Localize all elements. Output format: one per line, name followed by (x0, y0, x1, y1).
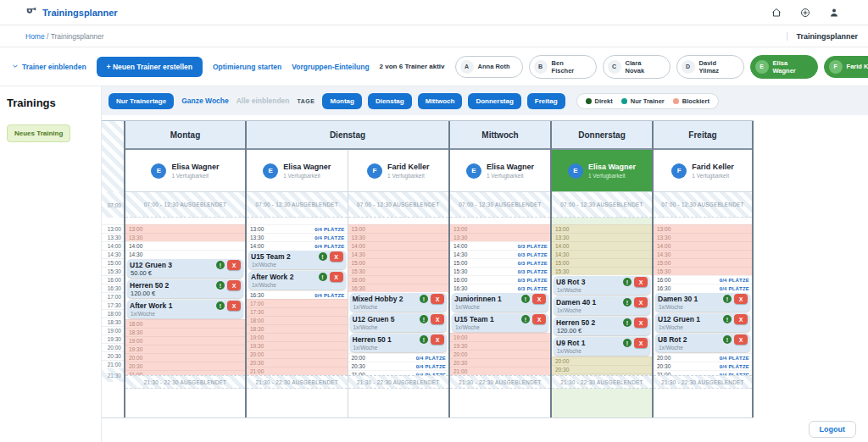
training-card[interactable]: Juniorinnen 1!X1x/Woche (452, 293, 548, 312)
day-filter-button[interactable]: Mittwoch (418, 93, 463, 109)
band-gap (125, 218, 245, 224)
training-card[interactable]: Mixed Hobby 2!X1x/Woche (350, 293, 448, 312)
time-slot[interactable]: 16:000/3 PLÄTZE (450, 275, 550, 284)
card-close-button[interactable]: X (634, 338, 648, 348)
card-close-button[interactable]: X (227, 301, 241, 311)
slot-time: 20:00 (555, 357, 569, 366)
time-slot[interactable]: 13:000/4 PLÄTZE (247, 224, 348, 233)
gutter-time-label: 21:00 (102, 360, 124, 368)
training-card[interactable]: Herren 50 2!X120.00 € (554, 317, 650, 335)
slot-time: 19:30 (129, 345, 142, 354)
training-card[interactable]: Herren 50 2!X120.00 € (127, 279, 243, 298)
logout-button[interactable]: Logout (809, 421, 857, 438)
training-card[interactable]: U12 Gruen 3!X50.00 € (127, 259, 243, 278)
time-slot[interactable]: 14:00 (125, 241, 245, 250)
time-slot[interactable]: 16:300/4 PLÄTZE (247, 290, 348, 299)
user-icon[interactable] (829, 8, 839, 18)
time-slot[interactable]: 20:000/4 PLÄTZE (348, 353, 449, 362)
trainer-header[interactable]: EElisa Wagner1 Verfugbarkeit (247, 150, 348, 192)
card-close-button[interactable]: X (634, 297, 648, 307)
day-filter-button[interactable]: Freitag (527, 93, 565, 109)
card-close-button[interactable]: X (734, 314, 748, 324)
alert-icon: ! (623, 298, 632, 307)
training-card[interactable]: U12 Gruen 1!X1x/Woche (655, 313, 750, 332)
time-slot[interactable]: 16:300/4 PLÄTZE (654, 284, 752, 292)
training-card[interactable]: Damen 40 1!X1x/Woche (554, 296, 650, 315)
time-slot[interactable]: 14:000/3 PLÄTZE (450, 241, 550, 250)
time-slot[interactable]: 14:300/3 PLÄTZE (450, 250, 550, 258)
time-slot[interactable]: 15:000/3 PLÄTZE (450, 258, 550, 267)
day-filter-button[interactable]: Dienstag (368, 93, 412, 109)
trainer-chip[interactable]: DDavid Yilmaz (676, 55, 744, 79)
card-close-button[interactable]: X (431, 314, 444, 324)
vorgruppen-einteilung-link[interactable]: Vorgruppen-Einteilung (292, 63, 369, 71)
time-slot[interactable]: 20:000/4 PLÄTZE (654, 353, 752, 362)
slot-list: 13:0013:3014:0014:3015:0015:3016:000/4 P… (654, 224, 752, 375)
time-slot[interactable]: 20:300/4 PLÄTZE (654, 362, 752, 370)
ganze-woche-link[interactable]: Ganze Woche (181, 97, 229, 105)
card-close-button[interactable]: X (634, 318, 648, 328)
trainer-header[interactable]: EElisa Wagner1 Verfugbarkeit (450, 150, 550, 192)
card-close-button[interactable]: X (330, 272, 343, 282)
trainer-chip[interactable]: CClara Novak (603, 55, 670, 79)
card-close-button[interactable]: X (431, 294, 444, 304)
trainer-info: Elisa Wagner1 Verfugbarkeit (487, 163, 534, 178)
time-slot[interactable]: 13:300/4 PLÄTZE (247, 233, 348, 241)
training-card[interactable]: Herren 50 1!X1x/Woche (350, 334, 448, 352)
training-card[interactable]: U15 Team 1!X1x/Woche (452, 313, 548, 332)
nur-trainertage-button[interactable]: Nur Trainertage (108, 93, 174, 109)
optimierung-starten-link[interactable]: Optimierung starten (213, 63, 281, 71)
breadcrumb-home-link[interactable]: Home (25, 32, 45, 41)
trainer-header[interactable]: EElisa Wagner1 Verfugbarkeit (125, 150, 245, 192)
time-slot[interactable]: 16:300/3 PLÄTZE (450, 284, 550, 292)
legend-item: Nur Trainer (621, 97, 665, 105)
training-card[interactable]: U8 Rot 3!X1x/Woche (554, 276, 650, 295)
training-card[interactable]: U8 Rot 2!X1x/Woche (655, 334, 750, 352)
training-card[interactable]: After Work 1!X1x/Woche (127, 300, 243, 318)
time-slot[interactable]: 14:30 (125, 250, 245, 258)
plus-circle-icon[interactable] (800, 8, 810, 18)
time-slot[interactable]: 16:000/4 PLÄTZE (654, 275, 752, 284)
trainer-chip[interactable]: BBen Fischer (529, 55, 597, 79)
card-close-button[interactable]: X (634, 277, 648, 287)
day-filter-button[interactable]: Montag (322, 93, 361, 109)
trainer-einblenden-toggle[interactable]: Trainer einblenden (12, 63, 86, 71)
card-close-button[interactable]: X (734, 294, 748, 304)
training-card[interactable]: U9 Rot 1!X1x/Woche (554, 337, 650, 356)
neuen-trainer-button[interactable]: + Neuen Trainer erstellen (97, 57, 203, 77)
alert-icon: ! (420, 335, 428, 344)
trainer-header[interactable]: FFarid Keller1 Verfugbarkeit (654, 150, 752, 192)
trainer-chip[interactable]: AAnna Roth (455, 56, 523, 78)
trainer-header[interactable]: EElisa Wagner1 Verfugbarkeit (552, 150, 652, 192)
trainer-chip[interactable]: FFarid Keller (824, 56, 868, 78)
card-close-button[interactable]: X (227, 280, 241, 290)
new-training-button[interactable]: Neues Training (7, 124, 70, 142)
alert-icon: ! (216, 301, 225, 310)
card-close-button[interactable]: X (330, 251, 343, 262)
card-close-button[interactable]: X (431, 334, 444, 345)
time-slot[interactable]: 14:000/4 PLÄTZE (247, 241, 348, 250)
card-close-button[interactable]: X (532, 314, 546, 324)
home-icon[interactable] (771, 8, 782, 18)
card-close-button[interactable]: X (532, 294, 546, 304)
training-card[interactable]: Damen 30 1!X1x/Woche (655, 293, 750, 312)
training-card[interactable]: After Work 2!X1x/Woche (248, 271, 346, 290)
slot-time: 20:00 (453, 351, 467, 359)
time-slot[interactable]: 15:300/3 PLÄTZE (450, 267, 550, 275)
slot-time: 14:00 (555, 242, 569, 251)
trainer-chip-name: Farid Keller (847, 63, 868, 70)
training-card-header: U8 Rot 2!X (658, 334, 748, 345)
training-card[interactable]: U15 Team 2!X1x/Woche (248, 251, 346, 269)
card-close-button[interactable]: X (227, 260, 241, 270)
legend-item: Direkt (586, 97, 613, 105)
card-close-button[interactable]: X (734, 334, 748, 345)
day-filter-button[interactable]: Donnerstag (468, 93, 520, 109)
time-slot[interactable]: 20:300/4 PLÄTZE (348, 362, 449, 370)
slot-time: 14:00 (129, 242, 142, 251)
legend-dot (673, 98, 679, 104)
trainer-chip[interactable]: EElisa Wagner (750, 55, 818, 79)
trainer-info: Farid Keller1 Verfugbarkeit (387, 163, 430, 178)
training-card[interactable]: U12 Gruen 5!X1x/Woche (350, 313, 448, 332)
trainer-header[interactable]: FFarid Keller1 Verfugbarkeit (348, 150, 449, 192)
time-slot: 14:30 (348, 250, 449, 258)
